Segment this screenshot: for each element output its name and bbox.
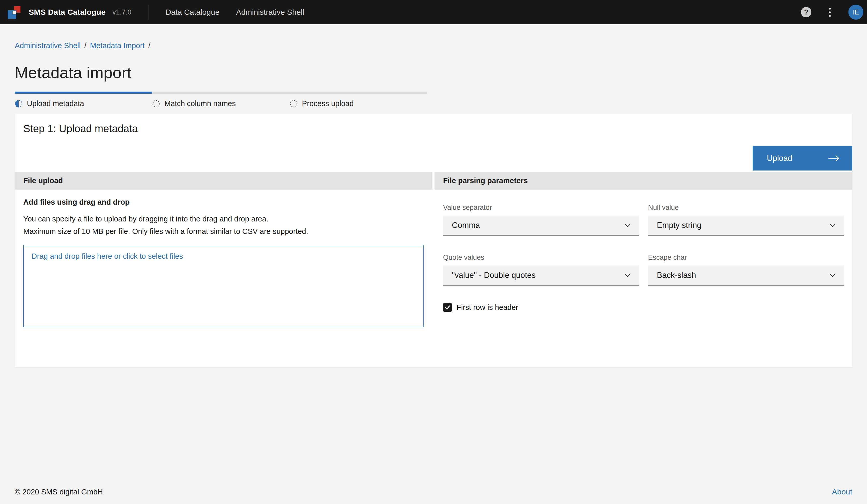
about-link[interactable]: About [832, 487, 852, 496]
first-row-header-label: First row is header [457, 303, 518, 312]
value-separator-select[interactable]: Comma [443, 215, 639, 236]
app-logo [8, 5, 21, 20]
page-title: Metadata import [15, 63, 852, 82]
step-label: Match column names [164, 99, 236, 108]
breadcrumb-administrative-shell[interactable]: Administrative Shell [15, 41, 81, 50]
dropzone-hint-text: Drag and drop files here or click to sel… [32, 252, 183, 260]
file-parsing-panel-header: File parsing parameters [435, 172, 852, 190]
null-value-label: Null value [648, 204, 844, 212]
step-label: Upload metadata [27, 99, 84, 108]
wizard-stepper: Upload metadata Match column names Proce… [15, 92, 427, 108]
null-value-value: Empty string [657, 221, 702, 230]
file-upload-panel: File upload Add files using drag and dro… [15, 172, 432, 367]
breadcrumb-separator: / [148, 41, 150, 50]
chevron-down-icon [829, 273, 836, 277]
null-value-field: Null value Empty string [648, 204, 844, 236]
step-progress-bar-active [15, 92, 152, 94]
upload-button[interactable]: Upload [753, 146, 852, 171]
arrow-right-icon [828, 154, 840, 162]
top-navbar: SMS Data Catalogue v1.7.0 Data Catalogue… [0, 0, 867, 24]
app-title: SMS Data Catalogue [29, 8, 106, 17]
step-dashed-circle-icon [290, 100, 298, 108]
file-dropzone[interactable]: Drag and drop files here or click to sel… [23, 245, 424, 327]
step-match-column-names[interactable]: Match column names [152, 92, 290, 108]
escape-char-select[interactable]: Back-slash [648, 266, 844, 286]
dragdrop-description-line1: You can specify a file to upload by drag… [23, 213, 424, 225]
quote-values-value: "value" - Double quotes [452, 271, 536, 280]
value-separator-label: Value separator [443, 204, 639, 212]
step-progress-bar [152, 92, 290, 94]
primary-nav: Data Catalogue Administrative Shell [165, 8, 304, 17]
file-upload-panel-content: Add files using drag and drop You can sp… [15, 190, 432, 367]
chevron-down-icon [624, 273, 631, 277]
value-separator-field: Value separator Comma [443, 204, 639, 236]
page-footer: © 2020 SMS digital GmbH About [0, 487, 867, 504]
file-upload-panel-header: File upload [15, 172, 432, 190]
quote-values-select[interactable]: "value" - Double quotes [443, 266, 639, 286]
logo-white-square [13, 11, 16, 14]
kebab-menu-icon[interactable] [826, 7, 833, 18]
first-row-header-checkbox[interactable] [443, 303, 452, 312]
step-progress-bar [290, 92, 427, 94]
dragdrop-subheading: Add files using drag and drop [23, 198, 424, 206]
dragdrop-description: You can specify a file to upload by drag… [23, 213, 424, 237]
null-value-select[interactable]: Empty string [648, 215, 844, 236]
quote-values-label: Quote values [443, 254, 639, 261]
value-separator-value: Comma [452, 221, 480, 230]
nav-link-data-catalogue[interactable]: Data Catalogue [165, 8, 220, 17]
chevron-down-icon [624, 223, 631, 227]
step-upload-metadata[interactable]: Upload metadata [15, 92, 152, 108]
app-version: v1.7.0 [112, 8, 131, 16]
chevron-down-icon [829, 223, 836, 227]
escape-char-field: Escape char Back-slash [648, 254, 844, 286]
parsing-params-grid: Value separator Comma Null value [443, 204, 844, 286]
card-heading: Step 1: Upload metadata [15, 114, 852, 135]
navbar-actions: ? IE [801, 5, 863, 20]
file-parsing-panel-content: Value separator Comma Null value [435, 190, 852, 367]
main-content: Administrative Shell / Metadata Import /… [0, 24, 867, 367]
step-dashed-circle-icon [152, 100, 160, 108]
step-half-filled-circle-icon [15, 100, 22, 108]
checkmark-icon [444, 304, 451, 311]
escape-char-label: Escape char [648, 254, 844, 261]
step1-card: Step 1: Upload metadata Upload File uplo… [15, 114, 852, 367]
step-label: Process upload [302, 99, 354, 108]
nav-link-administrative-shell[interactable]: Administrative Shell [236, 8, 304, 17]
dragdrop-description-line2: Maximum size of 10 MB per file. Only fil… [23, 225, 424, 237]
step-process-upload[interactable]: Process upload [290, 92, 427, 108]
breadcrumb-metadata-import[interactable]: Metadata Import [90, 41, 145, 50]
first-row-header-row: First row is header [443, 303, 844, 312]
file-parsing-panel: File parsing parameters Value separator … [435, 172, 852, 367]
escape-char-value: Back-slash [657, 271, 696, 280]
quote-values-field: Quote values "value" - Double quotes [443, 254, 639, 286]
navbar-divider [149, 5, 149, 20]
copyright-text: © 2020 SMS digital GmbH [15, 488, 103, 496]
help-icon[interactable]: ? [801, 7, 811, 17]
upload-button-label: Upload [767, 154, 792, 163]
breadcrumb: Administrative Shell / Metadata Import / [15, 41, 852, 50]
card-panels: File upload Add files using drag and dro… [15, 172, 852, 367]
avatar[interactable]: IE [848, 5, 863, 20]
breadcrumb-separator: / [84, 41, 86, 50]
